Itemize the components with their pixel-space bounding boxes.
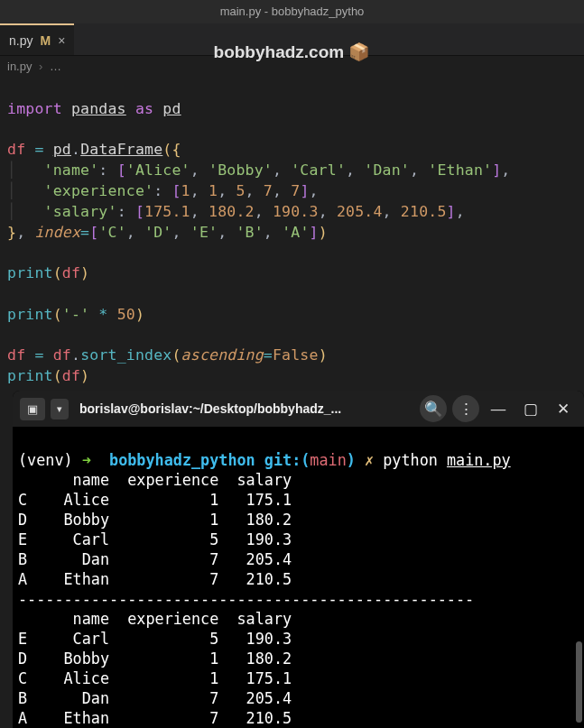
fn-print: print bbox=[7, 367, 53, 384]
var-df: df bbox=[7, 141, 25, 158]
fn-sortindex: sort_index bbox=[80, 346, 171, 364]
kwarg-ascending: ascending bbox=[181, 346, 264, 364]
kebab-icon: ⋮ bbox=[459, 401, 474, 418]
str: 'B' bbox=[236, 224, 263, 241]
prompt-arrow: ➜ bbox=[82, 451, 91, 469]
op-dot: . bbox=[71, 141, 80, 158]
cmd-file: main.py bbox=[447, 451, 511, 469]
output-row: A Ethan 7 210.5 bbox=[18, 570, 292, 588]
str-carl: 'Carl' bbox=[291, 161, 346, 179]
num-50: 50 bbox=[117, 306, 135, 323]
terminal-search-button[interactable]: 🔍 bbox=[420, 395, 447, 422]
ref-pd: pd bbox=[53, 141, 71, 158]
close-icon: ✕ bbox=[557, 401, 570, 418]
prompt-git-label: git:( bbox=[264, 451, 311, 469]
str-dan: 'Dan' bbox=[364, 161, 410, 179]
output-row: A Ethan 7 210.5 bbox=[18, 709, 292, 727]
num: 210.5 bbox=[401, 203, 447, 220]
window-minimize-button[interactable]: — bbox=[485, 395, 512, 422]
terminal-cwd-label: borislav@borislav:~/Desktop/bobbyhadz_..… bbox=[79, 401, 414, 416]
output-row: E Carl 5 190.3 bbox=[18, 530, 292, 548]
output-row: B Dan 7 205.4 bbox=[18, 689, 292, 707]
window-maximize-button[interactable]: ▢ bbox=[517, 395, 544, 422]
bool-false: False bbox=[273, 346, 319, 364]
output-row: C Alice 1 175.1 bbox=[18, 491, 292, 509]
key-experience: 'experience' bbox=[44, 182, 154, 199]
num: 190.3 bbox=[273, 203, 319, 220]
prompt-venv: (venv) bbox=[18, 451, 73, 469]
str-ethan: 'Ethan' bbox=[428, 161, 492, 179]
arg-df: df bbox=[62, 367, 80, 384]
prompt-dirty-icon: ✗ bbox=[365, 451, 374, 469]
output-row: E Carl 5 190.3 bbox=[18, 630, 292, 648]
watermark-text: bobbyhadz.com bbox=[214, 42, 345, 61]
terminal-body[interactable]: (venv) ➜ bobbyhadz_python git:(main) ✗ p… bbox=[13, 427, 584, 728]
code-editor[interactable]: import pandas as pd df = pd.DataFrame({ … bbox=[0, 77, 584, 394]
prompt-branch: main bbox=[310, 451, 346, 469]
prompt-git-close: ) bbox=[347, 451, 356, 469]
num: 175.1 bbox=[144, 203, 190, 220]
op-eq: = bbox=[34, 346, 43, 364]
fn-dataframe: DataFrame bbox=[80, 141, 162, 158]
paren-close: ) bbox=[319, 224, 328, 241]
package-icon: 📦 bbox=[348, 42, 370, 61]
terminal-icon: ▣ bbox=[27, 402, 38, 416]
str-alice: 'Alice' bbox=[126, 161, 190, 179]
op-eq: = bbox=[34, 141, 43, 158]
str: 'A' bbox=[282, 224, 309, 241]
minimize-icon: — bbox=[491, 401, 506, 418]
str: 'E' bbox=[190, 224, 218, 241]
str: 'D' bbox=[144, 224, 171, 241]
op-dot: . bbox=[71, 346, 80, 364]
kwarg-index: index bbox=[34, 224, 80, 241]
output-row: B Dan 7 205.4 bbox=[18, 550, 292, 568]
var-df2: df bbox=[53, 346, 71, 364]
search-icon: 🔍 bbox=[424, 401, 443, 418]
num: 1 bbox=[181, 182, 190, 199]
terminal-scrollbar[interactable] bbox=[576, 641, 582, 723]
num: 1 bbox=[209, 182, 218, 199]
var-df: df bbox=[7, 346, 25, 364]
watermark: bobbyhadz.com 📦 bbox=[0, 41, 584, 62]
key-salary: 'salary' bbox=[44, 203, 117, 220]
str-bobby: 'Bobby' bbox=[209, 161, 273, 179]
key-name: 'name' bbox=[44, 161, 99, 179]
terminal-tab-button[interactable]: ▣ bbox=[20, 398, 45, 420]
num: 5 bbox=[236, 182, 245, 199]
str-dash: '-' bbox=[62, 306, 89, 323]
output-row: C Alice 1 175.1 bbox=[18, 669, 292, 687]
cmd-python: python bbox=[383, 451, 438, 469]
arg-df: df bbox=[62, 264, 80, 281]
output-row: D Bobby 1 180.2 bbox=[18, 650, 292, 668]
str: 'C' bbox=[98, 224, 125, 241]
chevron-down-icon: ▾ bbox=[57, 403, 62, 414]
output-row: D Bobby 1 180.2 bbox=[18, 511, 292, 529]
num: 7 bbox=[291, 182, 300, 199]
output-header: name experience salary bbox=[18, 610, 292, 628]
prompt-path: bobbyhadz_python bbox=[109, 451, 255, 469]
kw-import: import bbox=[7, 100, 62, 117]
op-mul: * bbox=[98, 306, 107, 323]
window-close-button[interactable]: ✕ bbox=[550, 395, 577, 422]
num: 7 bbox=[264, 182, 273, 199]
fn-print: print bbox=[7, 264, 53, 281]
output-header: name experience salary bbox=[18, 471, 292, 489]
terminal-titlebar: ▣ ▾ borislav@borislav:~/Desktop/bobbyhad… bbox=[13, 391, 584, 427]
brace-open: ({ bbox=[162, 141, 181, 158]
window-title: main.py - bobbyhadz_pytho bbox=[0, 0, 584, 23]
alias-pd: pd bbox=[162, 100, 181, 117]
mod-pandas: pandas bbox=[71, 100, 126, 117]
terminal-menu-button[interactable]: ⋮ bbox=[452, 395, 479, 422]
terminal-panel: ▣ ▾ borislav@borislav:~/Desktop/bobbyhad… bbox=[13, 391, 584, 728]
fn-print: print bbox=[7, 306, 53, 323]
terminal-dropdown[interactable]: ▾ bbox=[51, 399, 69, 419]
num: 180.2 bbox=[209, 203, 255, 220]
maximize-icon: ▢ bbox=[524, 401, 538, 418]
brace-close: } bbox=[7, 224, 16, 241]
num: 205.4 bbox=[337, 203, 383, 220]
kw-as: as bbox=[135, 100, 153, 117]
output-separator: ----------------------------------------… bbox=[18, 590, 474, 608]
